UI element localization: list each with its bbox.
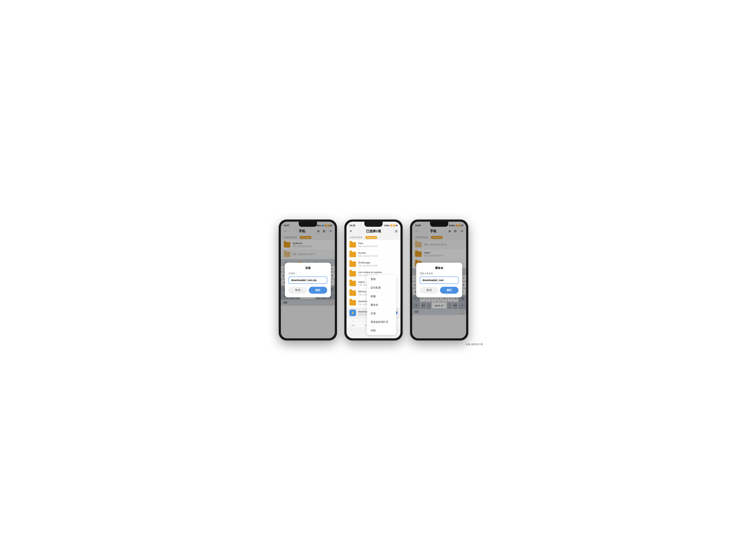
send-icon: ↑ [353, 320, 354, 324]
compress-dialog-title: 压缩 [288, 266, 327, 270]
file-name-thumbs: thumbs [358, 251, 397, 254]
file-info-dlmanager: DLManager 0项 | 2022/5/24 16:06 [358, 261, 397, 267]
breadcrumb-arrow-2: › [364, 236, 364, 238]
ctx-details[interactable]: 详情 [367, 326, 396, 335]
phone-1-screen: 14:17 25.9K/s 🔷 📶 🛜 59 ← 手机 ⊕ ⊞ ↓≡ [281, 222, 335, 338]
send-label: 发送 [352, 324, 355, 327]
phone-2: 14:18 3.0K/s 📶 🛜 38 ✕ 已选择1项 ⊟ 内部存储设备 › D… [344, 219, 403, 341]
folder-icon-midrive [350, 290, 356, 296]
nav-bar-2: ✕ 已选择1项 ⊟ [346, 228, 401, 235]
compress-input[interactable] [288, 276, 327, 284]
phone-1: 14:17 25.9K/s 🔷 📶 🛜 59 ← 手机 ⊕ ⊞ ↓≡ [279, 219, 337, 341]
folder-icon-files [350, 242, 356, 247]
ctx-rename[interactable]: 重命名 [367, 301, 396, 309]
phone-2-notch [364, 222, 383, 227]
file-name-dlmanager: DLManager [358, 261, 397, 264]
file-name-midea: com.midea.vm.washer [358, 271, 397, 274]
folder-icon-sogou-2 [350, 281, 356, 286]
rename-dialog: 重命名 请输入新名称 取消 确定 [416, 263, 462, 297]
context-menu-2: 复制 设为私密 收藏 重命名 压缩 用其他应用打开 详情 [367, 275, 396, 335]
compress-dialog-buttons: 取消 确定 [288, 287, 327, 294]
wifi-icon-2: 🛜 [393, 224, 395, 226]
rename-confirm-button[interactable]: 确定 [440, 287, 459, 294]
signal-icon-2: 📶 [390, 224, 392, 226]
compress-confirm-button[interactable]: 确定 [309, 287, 327, 294]
folder-icon-dlmanager [350, 261, 356, 267]
rename-input[interactable] [420, 276, 459, 284]
close-button-2[interactable]: ✕ [350, 229, 352, 233]
compress-dialog-overlay: 压缩 压缩到： 取消 确定 [281, 222, 335, 338]
compress-cancel-button[interactable]: 取消 [288, 287, 307, 294]
rename-cancel-button[interactable]: 取消 [420, 287, 438, 294]
ctx-open-with[interactable]: 用其他应用打开 [367, 318, 396, 326]
folder-icon-midea [350, 271, 356, 276]
file-icon-selected: ⚡ [350, 310, 356, 316]
phone-3: 14:26 13.3K/s 📶 🛜 34 ← 手机 ⊕ ⊞ ↓≡ [410, 219, 468, 341]
file-meta-files: 0项 | 2022/5/25 18:19 [358, 245, 397, 248]
file-icon-symbol: ⚡ [351, 311, 355, 315]
page-title-2: 已选择1项 [366, 229, 381, 233]
ctx-compress[interactable]: 压缩 [367, 309, 396, 318]
status-time-2: 14:18 [350, 224, 355, 227]
compress-dialog-subtitle: 压缩到： [288, 272, 327, 275]
filter-icon-2[interactable]: ⊟ [395, 229, 397, 233]
folder-icon-downloaded-2 [350, 300, 356, 305]
file-info-files: Files 0项 | 2022/5/25 18:19 [358, 242, 397, 248]
file-item-files[interactable]: Files 0项 | 2022/5/25 18:19 [346, 240, 401, 249]
file-meta-dlmanager: 0项 | 2022/5/24 16:06 [358, 264, 397, 267]
breadcrumb-root-2[interactable]: 内部存储设备 [350, 236, 363, 239]
phone-3-screen: 14:26 13.3K/s 📶 🛜 34 ← 手机 ⊕ ⊞ ↓≡ [412, 222, 466, 338]
file-name-files: Files [358, 242, 397, 245]
file-item-dlmanager[interactable]: DLManager 0项 | 2022/5/24 16:06 [346, 259, 401, 269]
rename-dialog-subtitle: 请输入新名称 [420, 272, 459, 275]
compress-dialog: 压缩 压缩到： 取消 确定 [285, 263, 331, 297]
ctx-favorite[interactable]: 收藏 [367, 292, 396, 301]
breadcrumb-2: 内部存储设备 › Download [346, 235, 401, 240]
status-icons-2: 3.0K/s 📶 🛜 38 [384, 224, 397, 226]
battery-2: 38 [395, 224, 397, 226]
rename-dialog-buttons: 取消 确定 [420, 287, 459, 294]
file-item-thumbs[interactable]: thumbs 0项 | 2022/5/25 12:09 [346, 250, 401, 259]
file-area-2: Files 0项 | 2022/5/25 18:19 thumbs 0项 | 2… [346, 240, 401, 318]
bottom-nav-send[interactable]: ↑ 发送 [346, 320, 360, 327]
rename-dialog-overlay: 重命名 请输入新名称 取消 确定 [412, 222, 466, 338]
phone-2-screen: 14:18 3.0K/s 📶 🛜 38 ✕ 已选择1项 ⊟ 内部存储设备 › D… [346, 222, 401, 338]
breadcrumb-current-2[interactable]: Download [365, 236, 377, 239]
rename-dialog-title: 重命名 [420, 266, 459, 270]
watermark: 头条 @科技小青 [466, 343, 483, 346]
file-info-thumbs: thumbs 0项 | 2022/5/25 12:09 [358, 251, 397, 258]
network-speed-2: 3.0K/s [384, 224, 389, 226]
file-meta-thumbs: 0项 | 2022/5/25 12:09 [358, 255, 397, 258]
folder-icon-thumbs [350, 252, 356, 257]
ctx-copy[interactable]: 复制 [367, 275, 396, 284]
ctx-private[interactable]: 设为私密 [367, 284, 396, 292]
